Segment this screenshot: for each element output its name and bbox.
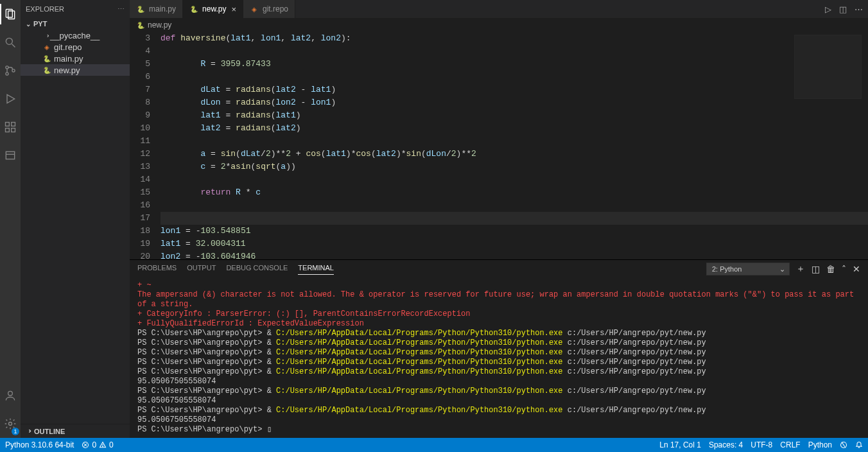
sidebar-root[interactable]: ⌄ PYT	[21, 18, 130, 30]
tree-item[interactable]: 🐍main.py	[21, 53, 130, 64]
more-actions-icon[interactable]: ⋯	[855, 4, 863, 14]
activity-accounts-icon[interactable]	[0, 385, 21, 406]
svg-rect-8	[6, 123, 10, 126]
editor-actions: ▷ ◫ ⋯	[825, 0, 868, 18]
code-line: lat1 = 32.0004311	[161, 238, 868, 250]
status-encoding[interactable]: UTF-8	[751, 440, 772, 449]
svg-rect-9	[12, 123, 15, 126]
code-line: return R * c	[161, 186, 868, 199]
outline-section[interactable]: ⌄ OUTLINE	[21, 424, 130, 438]
activity-bar: 1	[0, 0, 21, 438]
sidebar: EXPLORER ⋯ ⌄ PYT ⌄__pycache__◈git.repo🐍m…	[21, 0, 130, 438]
terminal-line: PS C:\Users\HP\angrepo\pyt> & C:/Users/H…	[137, 406, 860, 415]
python-file-icon: 🐍	[42, 65, 51, 74]
svg-point-6	[12, 69, 15, 72]
activity-layout-icon[interactable]	[0, 145, 21, 166]
panel-tab-terminal[interactable]: TERMINAL	[298, 264, 334, 275]
terminal-line: 95.05067505558074	[137, 415, 860, 425]
code-line: lon2 = -103.6041946	[161, 250, 868, 259]
tree-item[interactable]: ◈git.repo	[21, 41, 130, 53]
activity-run-icon[interactable]	[0, 89, 21, 109]
panel-tab-debug-console[interactable]: DEBUG CONSOLE	[226, 264, 288, 275]
code-line: def haversine(lat1, lon1, lat2, lon2):	[161, 32, 868, 45]
code-line	[161, 173, 868, 186]
activity-scm-icon[interactable]	[0, 60, 21, 81]
terminal-line: PS C:\Users\HP\angrepo\pyt> & C:/Users/H…	[137, 348, 860, 358]
split-editor-icon[interactable]: ◫	[839, 4, 847, 14]
git-file-icon: ◈	[42, 42, 51, 51]
activity-manage-icon[interactable]: 1	[0, 413, 21, 434]
status-python[interactable]: Python 3.10.6 64-bit	[5, 440, 74, 449]
editor-tab[interactable]: 🐍main.py	[130, 0, 183, 18]
activity-search-icon[interactable]	[0, 32, 21, 53]
terminal-output[interactable]: + ~The ampersand (&) character is not al…	[130, 278, 868, 438]
status-feedback-icon[interactable]	[840, 441, 847, 449]
tab-label: git.repo	[263, 4, 288, 13]
terminal-line: 95.05067505558074	[137, 396, 860, 406]
tab-label: new.py	[202, 4, 226, 13]
code-editor[interactable]: 34567891011121314151617181920 def havers…	[130, 32, 868, 259]
tree-item[interactable]: ⌄__pycache__	[21, 30, 130, 41]
terminal-select[interactable]: 2: Python ⌄	[706, 263, 790, 275]
terminal-line: PS C:\Users\HP\angrepo\pyt> & C:/Users/H…	[137, 358, 860, 367]
kill-terminal-icon[interactable]: 🗑	[826, 264, 835, 274]
svg-point-15	[9, 422, 12, 426]
editor-tab[interactable]: ◈git.repo	[243, 0, 295, 18]
tree-item-label: main.py	[54, 54, 83, 64]
status-problems[interactable]: 0 0	[82, 440, 113, 449]
svg-rect-12	[6, 152, 14, 159]
code-line	[161, 135, 868, 148]
maximize-panel-icon[interactable]: ˄	[842, 264, 846, 274]
minimap[interactable]	[794, 35, 862, 99]
panel-tab-output[interactable]: OUTPUT	[187, 264, 216, 275]
breadcrumb[interactable]: 🐍 new.py	[130, 18, 868, 32]
tree-item[interactable]: 🐍new.py	[21, 64, 130, 76]
svg-point-20	[103, 446, 103, 447]
code-line: c = 2*asin(sqrt(a))	[161, 161, 868, 173]
tab-label: main.py	[149, 4, 176, 13]
editor-tabs: 🐍main.py🐍new.py×◈git.repo ▷ ◫ ⋯	[130, 0, 868, 18]
terminal-line: PS C:\Users\HP\angrepo\pyt> & C:/Users/H…	[137, 387, 860, 396]
python-file-icon: 🐍	[136, 4, 145, 13]
activity-explorer-icon[interactable]	[0, 4, 21, 24]
python-file-icon: 🐍	[189, 4, 198, 13]
python-file-icon: 🐍	[42, 54, 51, 63]
svg-point-5	[6, 73, 8, 75]
svg-rect-11	[12, 128, 15, 132]
sidebar-title: EXPLORER	[26, 5, 117, 13]
panel: PROBLEMSOUTPUTDEBUG CONSOLETERMINAL 2: P…	[130, 259, 868, 438]
new-terminal-icon[interactable]: ＋	[796, 263, 805, 275]
terminal-line: PS C:\Users\HP\angrepo\pyt> ▯	[137, 425, 860, 435]
svg-point-14	[8, 391, 13, 396]
terminal-line: + CategoryInfo : ParserError: (:) [], Pa…	[137, 309, 860, 319]
activity-extensions-icon[interactable]	[0, 117, 21, 137]
editor-tab[interactable]: 🐍new.py×	[183, 0, 243, 18]
sidebar-more-icon[interactable]: ⋯	[117, 5, 125, 13]
file-tree: ⌄__pycache__◈git.repo🐍main.py🐍new.py	[21, 30, 130, 76]
status-ln-col[interactable]: Ln 17, Col 1	[659, 440, 701, 449]
tree-item-label: git.repo	[54, 42, 82, 52]
chevron-right-icon: ⌄	[43, 31, 50, 39]
close-panel-icon[interactable]: ✕	[853, 264, 860, 274]
terminal-line: 95.05067505558074	[137, 377, 860, 387]
code-line	[161, 212, 868, 225]
svg-line-3	[12, 44, 15, 48]
code-line: R = 3959.87433	[161, 58, 868, 71]
terminal-line: + FullyQualifiedErrorId : ExpectedValueE…	[137, 319, 860, 329]
terminal-line: PS C:\Users\HP\angrepo\pyt> & C:/Users/H…	[137, 329, 860, 338]
code-line: a = sin(dLat/2)**2 + cos(lat1)*cos(lat2)…	[161, 148, 868, 161]
svg-point-2	[6, 38, 12, 44]
terminal-line: PS C:\Users\HP\angrepo\pyt> & C:/Users/H…	[137, 338, 860, 348]
svg-point-4	[6, 66, 8, 69]
svg-line-22	[842, 442, 846, 448]
status-bell-icon[interactable]	[855, 441, 863, 449]
editor-area: 🐍main.py🐍new.py×◈git.repo ▷ ◫ ⋯ 🐍 new.py…	[130, 0, 868, 438]
run-icon[interactable]: ▷	[825, 4, 831, 14]
status-lang[interactable]: Python	[808, 440, 832, 449]
panel-tab-problems[interactable]: PROBLEMS	[137, 264, 177, 275]
git-file-icon: ◈	[250, 4, 259, 13]
close-icon[interactable]: ×	[231, 4, 236, 14]
status-spaces[interactable]: Spaces: 4	[709, 440, 743, 449]
status-eol[interactable]: CRLF	[780, 440, 800, 449]
split-terminal-icon[interactable]: ◫	[812, 264, 820, 274]
